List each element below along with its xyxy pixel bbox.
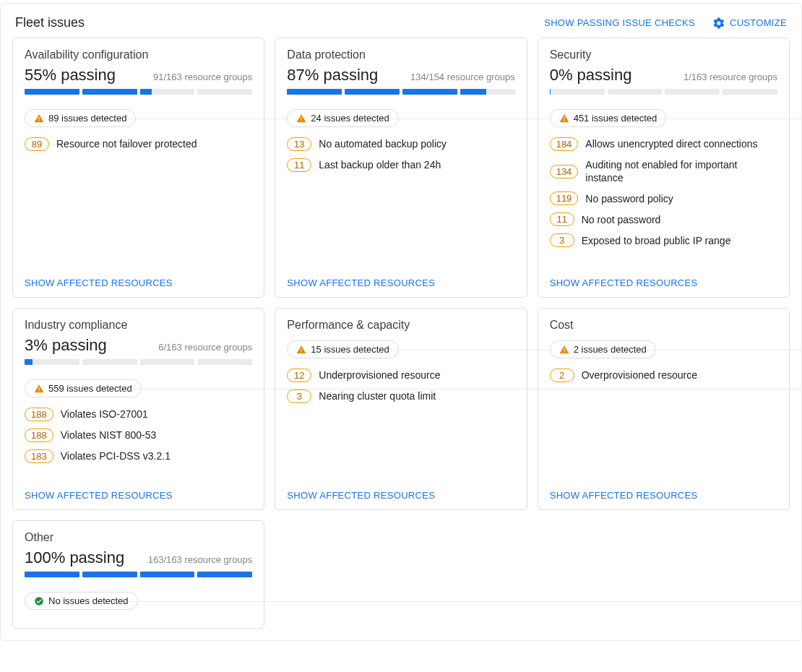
show-affected-resources-link[interactable]: SHOW AFFECTED RESOURCES <box>25 490 173 501</box>
issues-chip-frame: 559 issues detected <box>25 379 252 397</box>
issue-item[interactable]: 134Auditing not enabled for important in… <box>550 158 777 184</box>
chip-text: 559 issues detected <box>48 383 132 394</box>
issue-item[interactable]: 12Underprovisioned resource <box>287 369 514 382</box>
issues-list: 13No automated backup policy11Last backu… <box>287 137 514 172</box>
progress-segment <box>140 359 195 365</box>
issue-text: Exposed to broad public IP range <box>582 234 731 247</box>
card-title: Security <box>550 48 777 61</box>
chip-text: 451 issues detected <box>574 113 657 124</box>
header: Fleet issues SHOW PASSING ISSUE CHECKS C… <box>12 12 790 38</box>
issues-list: 2Overprovisioned resource <box>550 369 777 382</box>
issues-chip-frame: No issues detected <box>25 592 252 610</box>
issues-chip-frame: 451 issues detected <box>550 109 777 127</box>
passing-stat: 87% passing <box>287 66 378 85</box>
chip-text: 15 issues detected <box>311 344 389 355</box>
card-title: Data protection <box>287 48 514 61</box>
issue-item[interactable]: 188Violates NIST 800-53 <box>25 428 252 442</box>
issue-item[interactable]: 188Violates ISO-27001 <box>25 408 252 421</box>
issue-item[interactable]: 3Nearing cluster quota limit <box>287 389 514 403</box>
warning-icon <box>296 345 306 355</box>
svg-point-0 <box>35 597 43 606</box>
issue-item[interactable]: 2Overprovisioned resource <box>550 369 777 382</box>
progress-segment <box>25 572 79 577</box>
issue-text: No password policy <box>585 192 673 205</box>
progress-segment <box>608 89 663 95</box>
progress-segment <box>25 89 79 95</box>
chip-text: 24 issues detected <box>311 113 389 124</box>
issue-item[interactable]: 184Allows unencrypted direct connections <box>550 137 777 151</box>
issues-list: 188Violates ISO-27001188Violates NIST 80… <box>25 408 252 463</box>
progress-bar <box>25 89 252 95</box>
progress-segment <box>197 572 252 577</box>
issue-count: 183 <box>25 449 53 463</box>
issue-text: Violates PCI-DSS v3.2.1 <box>61 449 171 462</box>
issue-text: No automated backup policy <box>319 137 447 150</box>
issue-item[interactable]: 11No root password <box>550 212 777 226</box>
issue-text: Underprovisioned resource <box>319 369 440 382</box>
issue-item[interactable]: 119No password policy <box>550 191 777 205</box>
issue-count: 11 <box>550 212 574 226</box>
chip-text: No issues detected <box>48 595 129 606</box>
stat-row: 3% passing 6/163 resource groups <box>25 336 252 355</box>
issue-count: 3 <box>287 389 311 403</box>
issue-text: Resource not failover protected <box>56 137 197 150</box>
page-title: Fleet issues <box>15 15 85 30</box>
progress-segment <box>665 89 720 95</box>
card-title: Availability configuration <box>25 48 252 61</box>
stat-row: 0% passing 1/163 resource groups <box>550 66 777 85</box>
issue-item[interactable]: 11Last backup older than 24h <box>287 158 514 172</box>
chip-text: 89 issues detected <box>48 113 126 124</box>
issues-chip: 89 issues detected <box>25 109 136 127</box>
progress-segment <box>197 89 252 95</box>
warning-icon <box>559 113 569 124</box>
progress-segment <box>402 89 457 95</box>
progress-bar <box>25 359 252 365</box>
show-affected-resources-link[interactable]: SHOW AFFECTED RESOURCES <box>550 277 698 288</box>
issues-list: 89Resource not failover protected <box>25 137 252 151</box>
card-title: Industry compliance <box>25 319 252 332</box>
passing-stat: 100% passing <box>25 548 124 567</box>
stat-row: 55% passing 91/163 resource groups <box>25 66 252 85</box>
check-circle-icon <box>34 596 44 606</box>
progress-segment <box>82 572 137 577</box>
show-affected-resources-link[interactable]: SHOW AFFECTED RESOURCES <box>550 490 698 501</box>
issue-text: Auditing not enabled for important insta… <box>585 158 777 184</box>
stat-row: 87% passing 134/154 resource groups <box>287 66 514 85</box>
show-affected-resources-link[interactable]: SHOW AFFECTED RESOURCES <box>25 277 173 288</box>
warning-icon <box>559 345 569 355</box>
header-actions: SHOW PASSING ISSUE CHECKS CUSTOMIZE <box>544 17 787 30</box>
show-passing-issue-checks-button[interactable]: SHOW PASSING ISSUE CHECKS <box>544 17 695 28</box>
issue-count: 3 <box>550 233 574 247</box>
warning-icon <box>296 113 306 124</box>
resource-sub: 6/163 resource groups <box>158 342 252 353</box>
show-affected-resources-link[interactable]: SHOW AFFECTED RESOURCES <box>287 490 435 501</box>
card-industry-compliance: Industry compliance 3% passing 6/163 res… <box>12 308 264 510</box>
chip-text: 2 issues detected <box>574 344 647 355</box>
passing-stat: 0% passing <box>550 66 632 85</box>
card-performance-capacity: Performance & capacity 15 issues detecte… <box>275 308 527 510</box>
issues-chip-frame: 89 issues detected <box>25 109 252 127</box>
customize-button[interactable]: CUSTOMIZE <box>712 17 787 30</box>
issue-count: 2 <box>550 369 574 382</box>
issues-chip: No issues detected <box>25 592 138 610</box>
show-affected-resources-link[interactable]: SHOW AFFECTED RESOURCES <box>287 277 435 288</box>
issue-text: Violates ISO-27001 <box>61 408 148 421</box>
issue-count: 11 <box>287 158 311 172</box>
resource-sub: 163/163 resource groups <box>148 554 253 565</box>
issue-count: 89 <box>25 137 49 151</box>
card-title: Cost <box>550 319 777 332</box>
issues-chip: 559 issues detected <box>25 379 142 397</box>
progress-segment <box>723 89 777 95</box>
progress-segment <box>197 359 252 365</box>
progress-bar <box>287 89 514 95</box>
issue-item[interactable]: 13No automated backup policy <box>287 137 514 151</box>
passing-stat: 3% passing <box>25 336 107 355</box>
progress-segment <box>345 89 400 95</box>
issue-count: 134 <box>550 165 579 178</box>
issues-chip: 15 issues detected <box>287 340 398 358</box>
issue-item[interactable]: 183Violates PCI-DSS v3.2.1 <box>25 449 252 463</box>
issue-item[interactable]: 3Exposed to broad public IP range <box>550 233 777 247</box>
card-title: Other <box>25 531 252 544</box>
issue-item[interactable]: 89Resource not failover protected <box>25 137 252 151</box>
issue-count: 13 <box>287 137 311 151</box>
